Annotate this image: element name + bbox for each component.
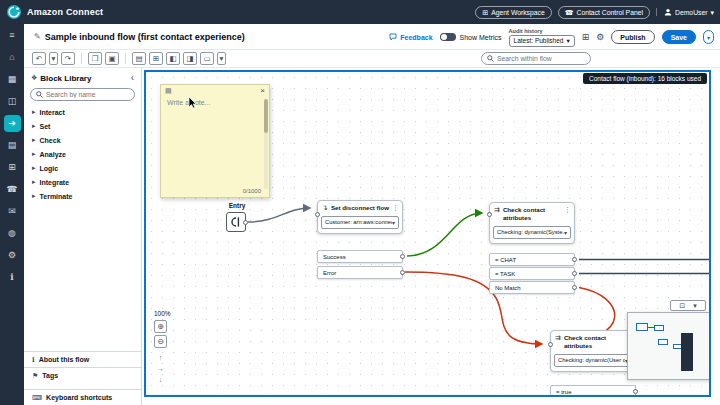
left-icon-rail: ≡ ⌂ ▦ ◫ ➔ ▤ ⊞ ☎ ✉ ◍ ⚙ ℹ	[0, 24, 24, 405]
branch-error[interactable]: Error	[317, 266, 403, 279]
save-menu-button[interactable]: ▾	[703, 30, 714, 44]
rail-home-icon[interactable]: ⌂	[0, 46, 24, 68]
contact-control-panel-button[interactable]: ☎ Contact Control Panel	[558, 6, 650, 19]
minimap-caret-icon[interactable]: ▾	[693, 302, 697, 309]
category-interact[interactable]: ▸ Interact	[24, 105, 141, 119]
pan-up-button[interactable]: ↑	[155, 352, 166, 362]
keyboard-icon: ⌨	[32, 394, 42, 402]
audit-caret-icon: ▾	[566, 37, 569, 45]
save-button[interactable]: Save	[662, 30, 696, 44]
chevron-down-icon: ▾	[392, 219, 395, 226]
library-search-box[interactable]	[30, 88, 135, 101]
add-note-button[interactable]: ▤	[132, 52, 146, 65]
block-input-port[interactable]	[487, 212, 492, 217]
flow-canvas[interactable]: Contact flow (inbound): 16 blocks used	[144, 70, 711, 397]
rail-tasks-icon[interactable]: ◍	[0, 222, 24, 244]
block-parameter-dropdown[interactable]: Checking: dynamic(Syste... ▾	[493, 226, 571, 239]
rail-messages-icon[interactable]: ✉	[0, 200, 24, 222]
block-parameter-dropdown[interactable]: Checking: dynamic(User d... ▾	[554, 354, 632, 367]
chevron-right-icon: ▸	[32, 150, 36, 158]
category-set[interactable]: ▸ Set	[24, 119, 141, 133]
rail-menu-icon[interactable]: ≡	[0, 24, 24, 46]
minimap-controls[interactable]: ⊡ ▾	[670, 300, 706, 311]
agent-workspace-button[interactable]: ⊞ Agent Workspace	[475, 6, 551, 19]
block-input-port[interactable]	[548, 342, 553, 347]
collapse-panel-icon[interactable]: ‹	[131, 73, 134, 83]
snap-grid-button[interactable]: ⊞	[149, 52, 163, 65]
undo-button[interactable]: ↶	[32, 52, 46, 65]
layout-button[interactable]: ▭	[200, 52, 214, 65]
rail-help-icon[interactable]: ℹ	[0, 266, 24, 288]
category-logic[interactable]: ▸ Logic	[24, 161, 141, 175]
category-terminate[interactable]: ▸ Terminate	[24, 189, 141, 203]
keyboard-shortcuts-item[interactable]: ⌨ Keyboard shortcuts	[24, 389, 141, 405]
block-parameter-dropdown[interactable]: Customer: arn:aws:connec... ▾	[321, 216, 399, 229]
copy-button[interactable]: ❐	[88, 52, 102, 65]
branch-output-port[interactable]	[572, 285, 577, 290]
edit-title-icon[interactable]: ✎	[34, 32, 41, 41]
align-button[interactable]: ◧	[166, 52, 180, 65]
pan-right-button[interactable]: →	[155, 363, 166, 373]
branch-chat[interactable]: = CHAT	[489, 253, 575, 266]
top-navigation-bar: Amazon Connect ⊞ Agent Workspace ☎ Conta…	[0, 0, 720, 24]
chevron-down-icon: ▾	[564, 229, 567, 236]
entry-block[interactable]	[226, 212, 246, 232]
branch-output-port[interactable]	[400, 254, 405, 259]
note-text-input[interactable]: Write a note...	[161, 97, 269, 108]
feedback-link[interactable]: Feedback	[389, 33, 432, 41]
publish-button[interactable]: Publish	[611, 30, 654, 44]
note-scrollbar[interactable]	[264, 99, 268, 189]
fit-view-icon[interactable]: ⊡	[679, 302, 685, 309]
flow-search-box[interactable]	[481, 52, 591, 65]
branch-output-port[interactable]	[400, 270, 405, 275]
user-menu[interactable]: DemoUser ▾	[656, 8, 714, 16]
branch-output-port[interactable]	[633, 389, 638, 394]
rail-phone-icon[interactable]: ☎	[0, 178, 24, 200]
note-close-icon[interactable]: ×	[260, 87, 265, 95]
minimap-viewport[interactable]	[681, 333, 693, 371]
pan-down-button[interactable]: ↓	[155, 374, 166, 384]
flow-search-input[interactable]	[497, 55, 585, 62]
rail-metrics-icon[interactable]: ▤	[0, 134, 24, 156]
show-metrics-toggle[interactable]	[440, 33, 456, 41]
branch-true[interactable]: = true	[550, 385, 636, 397]
branch-success[interactable]: Success	[317, 250, 403, 263]
minimap-block	[654, 325, 664, 331]
block-check-contact-attributes-1[interactable]: ⇉ Check contact attributes ⋮ Checking: d…	[489, 202, 575, 244]
rail-users-icon[interactable]: ◫	[0, 90, 24, 112]
category-analyze[interactable]: ▸ Analyze	[24, 147, 141, 161]
branch-no-match[interactable]: No Match	[489, 281, 575, 294]
rail-settings-icon[interactable]: ⚙	[0, 244, 24, 266]
flow-settings-button[interactable]: ⚙	[596, 33, 604, 42]
about-this-flow-item[interactable]: ℹ About this flow	[24, 351, 141, 367]
layout-grid-button[interactable]: ⊞	[582, 33, 590, 42]
minimap[interactable]	[627, 312, 711, 380]
paste-button[interactable]: ▣	[105, 52, 119, 65]
entry-output-port[interactable]	[243, 220, 248, 225]
audit-history-select[interactable]: Latest: Published ▾	[509, 35, 575, 47]
zoom-in-button[interactable]: ⊕	[154, 320, 167, 333]
layers-button[interactable]: ◨	[183, 52, 197, 65]
rail-calendar-icon[interactable]: ⊞	[0, 156, 24, 178]
library-search-input[interactable]	[46, 91, 124, 98]
zoom-out-button[interactable]: ⊖	[154, 335, 167, 348]
block-input-port[interactable]	[315, 212, 320, 217]
branch-task[interactable]: = TASK	[489, 267, 575, 280]
redo-button[interactable]: ↷	[61, 52, 75, 65]
undo-menu-button[interactable]: ▾	[49, 52, 58, 65]
category-check[interactable]: ▸ Check	[24, 133, 141, 147]
more-tools-button[interactable]: ▾	[217, 52, 226, 65]
category-integrate[interactable]: ▸ Integrate	[24, 175, 141, 189]
chevron-right-icon: ▸	[32, 192, 36, 200]
branch-output-port[interactable]	[572, 257, 577, 262]
rail-flows-icon[interactable]: ➔	[0, 112, 24, 134]
block-check-contact-attributes-2[interactable]: ⇉ Check contact attributes ⋮ Checking: d…	[550, 330, 636, 372]
block-set-disconnect-flow[interactable]: ↴ Set disconnect flow ⋮ Customer: arn:aw…	[317, 200, 403, 234]
sticky-note[interactable]: ▤ × Write a note... 0/1000	[160, 84, 270, 198]
set-disconnect-flow-icon: ↴	[322, 204, 328, 212]
block-menu-icon[interactable]: ⋮	[392, 204, 399, 211]
branch-output-port[interactable]	[572, 271, 577, 276]
rail-dashboard-icon[interactable]: ▦	[0, 68, 24, 90]
tags-item[interactable]: ⚑ Tags	[24, 367, 141, 383]
block-menu-icon[interactable]: ⋮	[564, 206, 571, 213]
